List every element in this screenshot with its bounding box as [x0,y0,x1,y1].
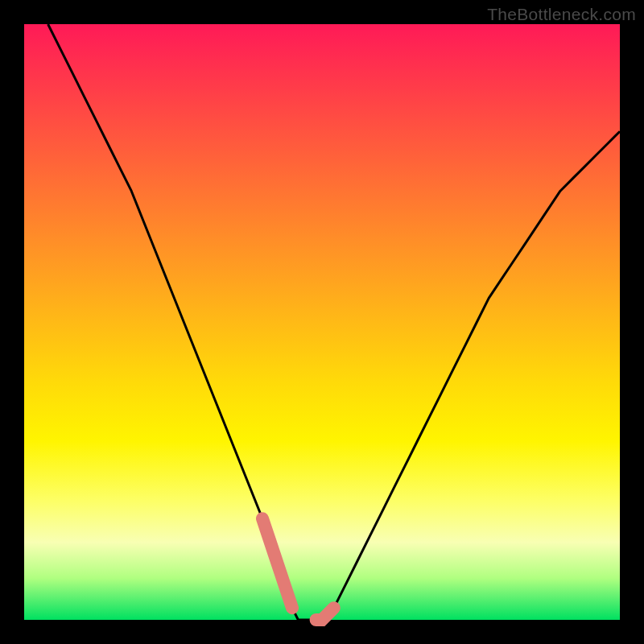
bottleneck-chart [0,0,644,644]
main-curve-path [48,24,620,620]
highlight-segment-right [316,608,334,620]
highlight-segment-left [262,518,292,608]
